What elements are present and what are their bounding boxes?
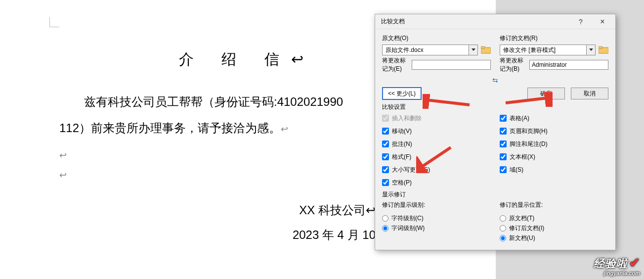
page-corner-mark xyxy=(49,17,59,27)
annotation-arrow xyxy=(423,94,472,109)
checkbox-label: 页眉和页脚(H) xyxy=(510,127,548,136)
revised-mark-label: 将更改标记为(B) xyxy=(500,56,526,73)
checkbox[interactable] xyxy=(382,140,389,147)
radio-label: 原文档(T) xyxy=(509,214,534,223)
radio-option[interactable]: 原文档(T) xyxy=(500,213,608,223)
radio[interactable] xyxy=(382,225,388,232)
checkbox-label: 移动(V) xyxy=(392,127,412,136)
svg-line-11 xyxy=(421,147,451,167)
watermark: 经验啦 ✔ jingyanla.com xyxy=(594,256,640,276)
checkbox-option: 插入和删除 xyxy=(382,113,491,123)
revised-label: 修订的文档(R) xyxy=(500,34,608,43)
radio-label: 修订后文档(I) xyxy=(509,224,544,232)
radio-option[interactable]: 字词级别(W) xyxy=(382,223,491,233)
radio[interactable] xyxy=(382,215,388,222)
return-mark: ↩ xyxy=(59,170,67,180)
check-icon: ✔ xyxy=(629,255,640,270)
checkbox-option[interactable]: 脚注和尾注(D) xyxy=(500,139,608,149)
revised-file-name: 修改文件 [兼容模式] xyxy=(500,46,586,54)
cancel-button[interactable]: 取消 xyxy=(571,88,608,99)
radio-option[interactable]: 字符级别(C) xyxy=(382,213,491,223)
revision-level-group: 修订的显示级别: 字符级别(C)字词级别(W) xyxy=(382,201,491,243)
dialog-title: 比较文档 xyxy=(381,17,570,26)
svg-line-7 xyxy=(427,100,470,105)
revised-file-combo[interactable]: 修改文件 [兼容模式] xyxy=(500,45,596,55)
svg-rect-2 xyxy=(481,46,485,48)
doc-signature: XX 科技公司↩ 2023 年 4 月 10 xyxy=(59,198,376,248)
svg-marker-0 xyxy=(472,48,475,51)
checkbox-label: 脚注和尾注(D) xyxy=(510,140,548,148)
checkbox-option[interactable]: 移动(V) xyxy=(382,126,491,136)
return-mark: ↩ xyxy=(59,150,67,160)
checkbox[interactable] xyxy=(500,115,507,122)
watermark-text: 经验啦 xyxy=(594,257,628,270)
svg-line-9 xyxy=(506,98,548,103)
radio[interactable] xyxy=(500,215,506,222)
annotation-arrow xyxy=(416,143,456,173)
svg-rect-5 xyxy=(599,46,602,48)
radio-option[interactable]: 新文档(U) xyxy=(500,233,608,243)
original-mark-input[interactable] xyxy=(412,60,491,70)
checkbox-option[interactable]: 空格(P) xyxy=(382,178,491,187)
checkbox-label: 批注(N) xyxy=(392,140,412,148)
compare-documents-dialog: 比较文档 ? × 原文档(O) 原始文件.docx xyxy=(375,14,616,250)
checkbox-label: 空格(P) xyxy=(392,179,412,187)
original-section: 原文档(O) 原始文件.docx 将更改标记为(E) xyxy=(382,34,491,73)
checkbox[interactable] xyxy=(382,179,389,186)
checkbox[interactable] xyxy=(500,166,507,173)
help-button[interactable]: ? xyxy=(570,15,592,29)
radio-option[interactable]: 修订后文档(I) xyxy=(500,223,608,233)
doc-line-2: 112）前来贵所办理事务，请予接洽为感。↩ xyxy=(59,115,376,141)
return-mark: ↩ xyxy=(291,51,315,67)
chevron-down-icon[interactable] xyxy=(469,45,477,55)
original-file-combo[interactable]: 原始文件.docx xyxy=(382,45,478,55)
folder-icon[interactable] xyxy=(481,46,491,54)
svg-marker-3 xyxy=(589,48,593,51)
checkbox-option[interactable]: 域(S) xyxy=(500,165,608,175)
dialog-titlebar[interactable]: 比较文档 ? × xyxy=(375,14,615,29)
chevron-down-icon[interactable] xyxy=(586,45,595,55)
checkbox-option[interactable]: 页眉和页脚(H) xyxy=(500,126,608,136)
doc-title-text: 介 绍 信 xyxy=(179,51,291,67)
doc-line-1: 兹有科技公司员工帮帮（身份证号码:4102021990 xyxy=(59,89,376,115)
dialog-content: 原文档(O) 原始文件.docx 将更改标记为(E) xyxy=(375,29,615,250)
compare-settings-label: 比较设置 xyxy=(382,103,608,111)
checkbox[interactable] xyxy=(382,153,389,160)
revision-level-label: 修订的显示级别: xyxy=(382,201,491,209)
revised-section: 修订的文档(R) 修改文件 [兼容模式] 将更改标记为(B) xyxy=(500,34,608,73)
checkbox[interactable] xyxy=(500,153,507,160)
checkbox[interactable] xyxy=(500,140,507,147)
checkbox[interactable] xyxy=(500,128,507,135)
checkbox-label: 格式(F) xyxy=(392,153,411,161)
folder-icon[interactable] xyxy=(599,46,608,54)
radio-label: 字词级别(W) xyxy=(391,224,425,232)
doc-body: 兹有科技公司员工帮帮（身份证号码:4102021990 112）前来贵所办理事务… xyxy=(59,89,376,187)
checkbox-label: 插入和删除 xyxy=(392,114,422,123)
less-button[interactable]: << 更少(L) xyxy=(382,87,422,100)
show-revisions-label: 显示修订 xyxy=(382,190,608,199)
checkbox-option[interactable]: 表格(A) xyxy=(500,113,608,123)
checkbox-option[interactable]: 文本框(X) xyxy=(500,152,608,162)
watermark-url: jingyanla.com xyxy=(604,270,640,276)
doc-company: XX 科技公司↩ xyxy=(59,198,376,223)
revision-location-group: 修订的显示位置: 原文档(T)修订后文档(I)新文档(U) xyxy=(500,201,608,243)
revised-mark-input[interactable] xyxy=(529,60,608,70)
original-file-name: 原始文件.docx xyxy=(383,46,469,54)
original-mark-label: 将更改标记为(E) xyxy=(382,56,409,73)
original-label: 原文档(O) xyxy=(382,34,491,43)
doc-date: 2023 年 4 月 10 xyxy=(59,223,376,247)
checkbox xyxy=(382,115,389,122)
radio-label: 字符级别(C) xyxy=(391,214,424,223)
close-button[interactable]: × xyxy=(592,15,613,29)
radio[interactable] xyxy=(500,225,506,232)
checkbox-label: 表格(A) xyxy=(510,114,529,123)
swap-icon[interactable]: ⇆ xyxy=(382,76,608,84)
checkbox[interactable] xyxy=(382,166,389,173)
annotation-arrow xyxy=(503,92,553,107)
revision-location-label: 修订的显示位置: xyxy=(500,201,608,209)
checkbox-label: 文本框(X) xyxy=(510,153,535,161)
checkbox-label: 域(S) xyxy=(510,166,523,174)
radio[interactable] xyxy=(500,235,506,241)
radio-label: 新文档(U) xyxy=(509,234,535,242)
checkbox[interactable] xyxy=(382,128,389,135)
